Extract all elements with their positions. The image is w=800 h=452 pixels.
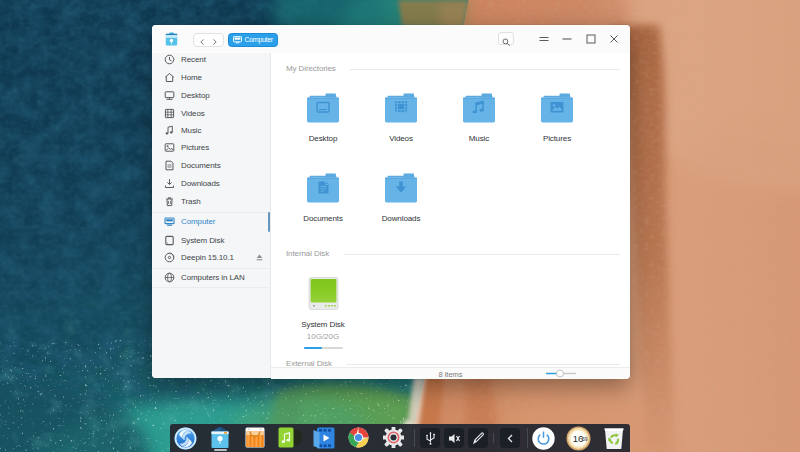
svg-text:59: 59 xyxy=(582,436,588,442)
